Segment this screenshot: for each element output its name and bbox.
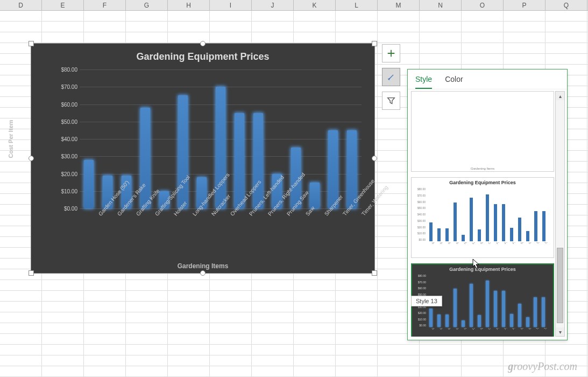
x-tick-label: Garden Hose (50') — [97, 213, 136, 246]
x-tick-label: Long-handled Loppers — [192, 213, 230, 246]
y-tick-label: $70.00 — [61, 84, 77, 90]
x-tick-label: Grafting Knife — [135, 213, 174, 246]
y-tick-label: $40.00 — [61, 136, 77, 142]
col-header[interactable]: K — [294, 0, 336, 10]
col-header[interactable]: H — [168, 0, 210, 10]
resize-handle[interactable] — [29, 270, 34, 276]
resize-handle[interactable] — [372, 270, 377, 276]
style-list[interactable]: Gardening Items Gardening Equipment Pric… — [411, 91, 554, 337]
col-header[interactable]: F — [84, 0, 126, 10]
x-tick-label: Nutcracker — [210, 213, 249, 246]
col-header[interactable]: I — [210, 0, 252, 10]
thumb-title: Gardening Equipment Prices — [412, 178, 554, 187]
y-axis-title[interactable]: Cost Per Item — [8, 120, 14, 158]
col-header[interactable]: P — [504, 0, 546, 10]
brush-icon — [386, 72, 396, 82]
chart-filters-button[interactable] — [382, 92, 400, 110]
tab-style[interactable]: Style — [415, 75, 432, 89]
resize-handle[interactable] — [372, 156, 377, 161]
x-tick-label: Holster — [173, 213, 211, 246]
y-tick-label: $20.00 — [61, 171, 77, 177]
col-header[interactable]: L — [336, 0, 378, 10]
bar — [310, 183, 320, 208]
tab-color[interactable]: Color — [445, 75, 463, 89]
x-axis-title[interactable]: Gardening Items — [31, 262, 374, 270]
panel-scrollbar[interactable]: ▴ ▾ — [555, 91, 565, 337]
scroll-thumb[interactable] — [557, 248, 563, 323]
bar — [140, 108, 150, 208]
plus-icon — [386, 48, 396, 58]
chart-styles-button[interactable] — [382, 68, 400, 86]
funnel-icon — [386, 96, 396, 106]
watermark: groovyPost.com — [508, 360, 577, 373]
chart-elements-button[interactable] — [382, 44, 400, 62]
style-thumbnail[interactable]: Gardening Items — [411, 91, 554, 172]
x-tick-label: Pruners, Right-handed — [267, 213, 306, 246]
chart-title[interactable]: Gardening Equipment Prices — [31, 44, 374, 66]
style-tooltip: Style 13 — [411, 296, 442, 306]
y-tick-label: $0.00 — [64, 206, 77, 212]
y-tick-label: $10.00 — [61, 188, 77, 194]
resize-handle[interactable] — [29, 41, 34, 46]
x-tick-label: Gardener's Rake — [116, 213, 155, 246]
col-header[interactable]: M — [378, 0, 420, 10]
x-tick-label: Sharpener — [323, 213, 362, 246]
col-header[interactable]: Q — [546, 0, 587, 10]
scroll-up-arrow[interactable]: ▴ — [556, 92, 564, 100]
col-header[interactable]: E — [42, 0, 84, 10]
resize-handle[interactable] — [200, 270, 206, 276]
resize-handle[interactable] — [372, 41, 377, 46]
x-tick-label: Pruners, Left-handed — [248, 213, 287, 246]
scroll-down-arrow[interactable]: ▾ — [556, 327, 564, 336]
y-tick-label: $30.00 — [61, 153, 77, 159]
col-header[interactable]: N — [420, 0, 462, 10]
resize-handle[interactable] — [29, 156, 34, 161]
chart-object[interactable]: Gardening Equipment Prices Cost Per Item… — [31, 43, 375, 274]
column-headers: D E F G H I J K L M N O P Q — [0, 0, 588, 11]
y-tick-label: $60.00 — [61, 101, 77, 107]
bar — [253, 113, 263, 208]
x-tick-label: Timer, Greenhouse — [342, 213, 380, 246]
y-axis: Cost Per Item var _yt = ["$80.00","$70.0… — [47, 69, 80, 208]
x-axis-labels: Garden Hose (50')Gardener's RakeGrafting… — [80, 208, 362, 259]
chart-styles-panel: Style Color Gardening Items Gardening Eq… — [407, 69, 568, 340]
x-tick-label: Pruning Saw — [286, 213, 324, 246]
x-tick-label: Grafting/Splicing Tool — [154, 213, 193, 246]
thumb-title: Gardening Equipment Prices — [412, 264, 553, 274]
col-header[interactable]: G — [126, 0, 168, 10]
col-header[interactable]: O — [462, 0, 504, 10]
x-tick-label: Overhead Loppers — [229, 213, 268, 246]
col-header[interactable]: J — [252, 0, 294, 10]
x-tick-label: Saw — [304, 213, 343, 246]
bar — [84, 160, 94, 208]
style-thumbnail[interactable]: Gardening Equipment Prices $80.00$70.00$… — [411, 177, 554, 258]
col-header[interactable]: D — [0, 0, 42, 10]
y-tick-label: $50.00 — [61, 118, 77, 124]
bar — [235, 113, 244, 208]
resize-handle[interactable] — [200, 41, 206, 46]
y-tick-label: $80.00 — [61, 67, 77, 73]
